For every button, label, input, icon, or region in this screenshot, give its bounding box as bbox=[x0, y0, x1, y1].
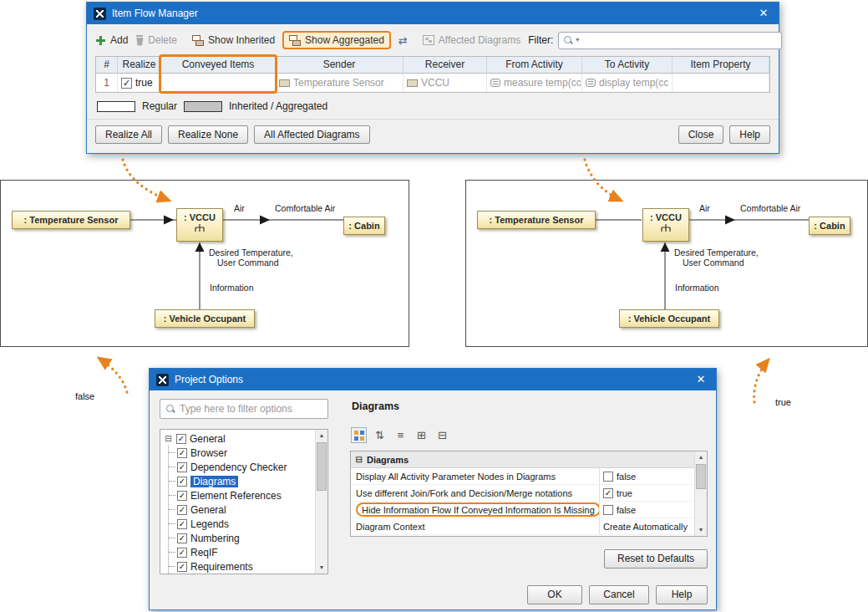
scroll-up-icon[interactable]: ▲ bbox=[316, 430, 327, 441]
close-button[interactable]: Close bbox=[678, 125, 724, 144]
column-header-number[interactable]: # bbox=[96, 57, 118, 74]
checkbox-icon[interactable]: ✓ bbox=[177, 462, 187, 472]
realize-all-button[interactable]: Realize All bbox=[95, 125, 162, 144]
cabin-part: : Cabin bbox=[343, 217, 385, 235]
checkbox-icon[interactable]: ✓ bbox=[177, 491, 187, 501]
property-table-scrollbar[interactable]: ▲ ▼ bbox=[694, 451, 707, 536]
realize-checkbox[interactable]: ✓ bbox=[121, 78, 132, 89]
item-flow-arrowhead bbox=[164, 216, 174, 225]
realize-none-button[interactable]: Realize None bbox=[168, 125, 248, 144]
option-row-hide-information-flow[interactable]: Hide Information Flow If Conveyed Inform… bbox=[351, 502, 694, 518]
legend-regular-label: Regular bbox=[142, 100, 177, 112]
property-group-header[interactable]: ⊟ Diagrams bbox=[351, 451, 694, 468]
close-icon[interactable]: ✕ bbox=[691, 370, 711, 389]
tree-item-reqif[interactable]: ✓ ReqIF bbox=[169, 545, 315, 559]
categorized-view-icon[interactable] bbox=[351, 427, 367, 443]
to-activity-cell: display temp(cc bbox=[582, 74, 673, 92]
checkbox-icon[interactable] bbox=[603, 472, 613, 482]
checkbox-icon[interactable]: ✓ bbox=[177, 519, 187, 529]
checkbox-icon[interactable]: ✓ bbox=[177, 548, 187, 558]
scrollbar-thumb[interactable] bbox=[317, 442, 327, 491]
vehicle-occupant-part: : Vehicle Occupant bbox=[155, 309, 255, 328]
affected-diagrams-button[interactable]: Affected Diagrams bbox=[423, 34, 521, 46]
expand-all-icon[interactable]: ⊞ bbox=[414, 427, 429, 443]
checkbox-icon[interactable]: ✓ bbox=[176, 434, 186, 444]
column-header-item-property[interactable]: Item Property bbox=[673, 57, 769, 74]
chevron-down-icon: ▾ bbox=[576, 37, 579, 43]
item-property-cell[interactable] bbox=[673, 74, 769, 92]
tree-item-general-root[interactable]: ⊟ ✓ General bbox=[164, 431, 315, 446]
reset-to-defaults-button[interactable]: Reset to Defaults bbox=[604, 549, 708, 569]
window-title: Item Flow Manager bbox=[112, 8, 198, 19]
column-header-to-activity[interactable]: To Activity bbox=[582, 57, 673, 74]
collapse-icon[interactable]: ⊟ bbox=[354, 455, 363, 464]
tree-item-diagrams[interactable]: ✓ Diagrams bbox=[169, 474, 315, 488]
tree-item-element-references[interactable]: ✓ Element References bbox=[169, 488, 315, 502]
filter-label: Filter: bbox=[528, 34, 553, 46]
filter-box: Filter: ▾ bbox=[528, 32, 782, 49]
options-tree: ⊟ ✓ General ✓ Browser ✓ Dependency Check… bbox=[160, 429, 328, 574]
realize-cell[interactable]: ✓ true bbox=[118, 74, 161, 92]
all-affected-diagrams-button[interactable]: All Affected Diagrams bbox=[254, 125, 370, 144]
item-flow-manager-window: Item Flow Manager ✕ Add Delete Show Inhe… bbox=[86, 2, 779, 154]
part-icon bbox=[279, 79, 290, 87]
options-filter-input[interactable] bbox=[180, 403, 322, 415]
add-button[interactable]: Add bbox=[95, 34, 128, 46]
checkbox-icon[interactable]: ✓ bbox=[177, 477, 187, 487]
show-aggregated-button[interactable]: Show Aggregated bbox=[289, 34, 384, 46]
option-row-diagram-context[interactable]: Diagram Context Create Automatically bbox=[351, 518, 694, 535]
column-header-from-activity[interactable]: From Activity bbox=[487, 57, 582, 74]
ok-button[interactable]: OK bbox=[527, 585, 582, 604]
item-flow-arrowhead bbox=[260, 216, 270, 225]
cabin-part: : Cabin bbox=[809, 217, 850, 235]
tree-item-legends[interactable]: ✓ Legends bbox=[169, 517, 315, 531]
checkbox-icon[interactable]: ✓ bbox=[177, 562, 187, 572]
user-command-label: User Command bbox=[217, 258, 279, 268]
column-header-conveyed-items[interactable]: Conveyed Items bbox=[161, 57, 276, 74]
close-icon[interactable]: ✕ bbox=[754, 4, 774, 23]
scroll-down-icon[interactable]: ▼ bbox=[695, 524, 707, 536]
column-header-receiver[interactable]: Receiver bbox=[404, 57, 487, 74]
checkbox-icon[interactable]: ✓ bbox=[177, 505, 187, 515]
tree-item-numbering[interactable]: ✓ Numbering bbox=[169, 531, 315, 545]
column-header-sender[interactable]: Sender bbox=[276, 57, 404, 74]
tree-scrollbar[interactable]: ▲ ▼ bbox=[315, 430, 327, 574]
help-button[interactable]: Help bbox=[656, 585, 708, 604]
collapse-all-icon[interactable]: ⊟ bbox=[434, 427, 450, 443]
help-button[interactable]: Help bbox=[729, 125, 770, 144]
desired-temperature-label: Desired Temperature, bbox=[209, 247, 293, 258]
screenshot-root: Item Flow Manager ✕ Add Delete Show Inhe… bbox=[0, 0, 868, 612]
information-label: Information bbox=[675, 283, 719, 293]
tree-item-browser[interactable]: ✓ Browser bbox=[169, 446, 315, 460]
checkbox-icon[interactable]: ✓ bbox=[177, 533, 187, 543]
show-inherited-button[interactable]: Show Inherited bbox=[192, 34, 275, 46]
show-description-icon[interactable]: ≡ bbox=[393, 427, 409, 443]
checkbox-icon[interactable]: ✓ bbox=[177, 448, 187, 458]
checkbox-icon[interactable]: ✓ bbox=[603, 488, 613, 498]
tree-item-general[interactable]: ✓ General bbox=[169, 502, 315, 517]
item-flows-table: # Realize Conveyed Items Sender Receiver… bbox=[95, 56, 770, 93]
option-row-display-parameter-nodes[interactable]: Display All Activity Parameter Nodes in … bbox=[351, 468, 694, 485]
information-label: Information bbox=[210, 283, 254, 293]
collapse-icon[interactable]: ⊟ bbox=[164, 434, 173, 443]
link-selection-button[interactable]: ⇄ bbox=[398, 35, 408, 46]
tree-item-dependency-checker[interactable]: ✓ Dependency Checker bbox=[169, 460, 315, 474]
column-header-realize[interactable]: Realize bbox=[118, 57, 161, 74]
trash-icon bbox=[135, 35, 144, 46]
scroll-down-icon[interactable]: ▼ bbox=[316, 562, 327, 574]
cancel-button[interactable]: Cancel bbox=[589, 585, 649, 604]
options-search-field bbox=[160, 399, 328, 419]
filter-input[interactable] bbox=[581, 34, 777, 46]
temperature-sensor-part: : Temperature Sensor bbox=[477, 211, 596, 229]
scroll-up-icon[interactable]: ▲ bbox=[695, 451, 707, 463]
option-row-join-fork-notations[interactable]: Use different Join/Fork and Decision/Mer… bbox=[351, 485, 694, 502]
scrollbar-thumb[interactable] bbox=[696, 464, 706, 489]
sort-alphabetically-icon[interactable]: ⇅ bbox=[372, 427, 388, 443]
delete-button[interactable]: Delete bbox=[135, 34, 177, 46]
filter-search-field: ▾ bbox=[558, 32, 782, 49]
tree-item-requirements[interactable]: ✓ Requirements bbox=[169, 559, 315, 574]
air-label: Air bbox=[234, 203, 245, 213]
temperature-sensor-part: : Temperature Sensor bbox=[12, 211, 130, 229]
conveyed-items-cell[interactable] bbox=[161, 74, 276, 92]
checkbox-icon[interactable] bbox=[603, 505, 613, 515]
